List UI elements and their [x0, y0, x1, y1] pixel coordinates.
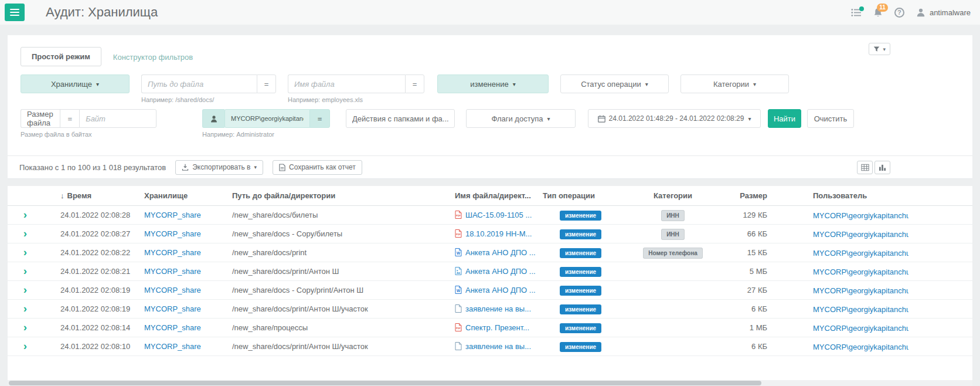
file-name-input[interactable] [288, 75, 405, 93]
row-storage-link[interactable]: MYCORP_share [144, 229, 201, 238]
expand-row-icon[interactable]: › [23, 302, 27, 314]
storage-filter-dropdown[interactable]: Хранилище ▾ [21, 75, 130, 93]
row-path: /new_share/docs/print/Антон Ш [227, 262, 450, 281]
operation-status-dropdown[interactable]: Статус операции ▾ [560, 75, 669, 93]
expand-row-icon[interactable]: › [23, 265, 27, 277]
user-icon [916, 8, 925, 17]
col-header-expand [8, 186, 43, 206]
row-file-link[interactable]: ШАС-15.09-1105 ... [465, 211, 532, 219]
row-size: 27 КБ [723, 281, 808, 300]
row-path: /new_share/docs - Copy/билеты [227, 225, 450, 243]
expand-row-icon[interactable]: › [23, 208, 27, 221]
clear-button[interactable]: Очистить [807, 109, 854, 128]
operation-badge: изменение [560, 286, 601, 296]
category-badge: ИНН [661, 229, 685, 240]
access-flags-dropdown[interactable]: Флаги доступа ▾ [466, 109, 576, 128]
file-size-label: Размер файла [21, 109, 60, 128]
col-header-categories[interactable]: Категории [623, 186, 723, 206]
col-header-path[interactable]: Путь до файла/директории [227, 186, 450, 206]
file-size-input[interactable] [79, 109, 156, 128]
col-header-storage[interactable]: Хранилище [139, 186, 227, 206]
expand-row-icon[interactable]: › [23, 340, 27, 352]
row-storage-link[interactable]: MYCORP_share [144, 286, 201, 294]
expand-row-icon[interactable]: › [23, 321, 27, 333]
row-storage-link[interactable]: MYCORP_share [144, 342, 201, 351]
row-storage-link[interactable]: MYCORP_share [144, 267, 201, 276]
filter-options-button[interactable]: ▾ [869, 43, 890, 55]
chart-view-button[interactable] [874, 161, 890, 174]
col-header-file[interactable]: Имя файла/директ... [450, 186, 538, 206]
pdf-file-icon: PDF [455, 323, 462, 331]
col-header-time[interactable]: ↓Время [43, 186, 139, 206]
file-path-input[interactable] [141, 75, 257, 93]
row-file-link[interactable]: Анкета АНО ДПО ... [465, 267, 536, 276]
row-size: 15 КБ [723, 243, 808, 262]
row-user-link[interactable]: MYCORP\georgiykapitanchuk [813, 286, 908, 295]
notifications-bell-icon[interactable]: 11 [873, 8, 883, 18]
help-icon[interactable]: ? [894, 8, 904, 18]
search-button[interactable]: Найти [768, 109, 801, 128]
row-file-link[interactable]: Спектр. Презент... [465, 323, 529, 332]
hamburger-menu-button[interactable] [5, 4, 25, 21]
table-header-row: ↓Время Хранилище Путь до файла/директори… [8, 186, 972, 206]
row-storage-link[interactable]: MYCORP_share [144, 211, 201, 219]
row-time: 24.01.2022 02:08:14 [43, 319, 139, 337]
horizontal-scrollbar[interactable] [8, 380, 972, 386]
row-user-link[interactable]: MYCORP\georgiykapitanchuk [813, 268, 908, 276]
save-report-button[interactable]: Сохранить как отчет [273, 160, 362, 175]
categories-dropdown[interactable]: Категории ▾ [680, 75, 789, 93]
date-range-value: 24.01.2022 01:48:29 - 24.01.2022 02:08:2… [609, 114, 744, 123]
expand-row-icon[interactable]: › [23, 227, 27, 239]
chevron-down-icon: ▾ [753, 81, 756, 87]
svg-text:PDF: PDF [456, 214, 461, 217]
operation-type-dropdown[interactable]: изменение ▾ [437, 75, 549, 93]
results-table: ↓Время Хранилище Путь до файла/директори… [8, 186, 972, 356]
top-bar: Аудит: Хранилища 11 ? antimalwa [0, 0, 980, 25]
folder-actions-dropdown[interactable]: Действия с папками и фа... [346, 109, 455, 128]
table-grid-icon [861, 164, 869, 171]
row-user-link[interactable]: MYCORP\georgiykapitanchuk [813, 211, 908, 220]
row-file-link[interactable]: заявление на вы... [465, 304, 531, 313]
col-header-user[interactable]: Пользователь [808, 186, 972, 206]
expand-row-icon[interactable]: › [23, 283, 27, 296]
table-row: ›24.01.2022 02:08:19MYCORP_share/new_sha… [8, 281, 972, 300]
scrollbar-thumb[interactable] [9, 381, 761, 385]
pdf-file-icon: PDF [455, 229, 462, 238]
expand-row-icon[interactable]: › [23, 246, 27, 258]
view-toggles [857, 161, 890, 174]
date-range-picker[interactable]: 24.01.2022 01:48:29 - 24.01.2022 02:08:2… [588, 109, 761, 128]
user-menu[interactable]: antimalware [916, 8, 971, 17]
row-user-link[interactable]: MYCORP\georgiykapitanchuk [813, 249, 908, 258]
col-header-size[interactable]: Размер [723, 186, 808, 206]
svg-text:PDF: PDF [456, 327, 461, 330]
row-user-link[interactable]: MYCORP\georgiykapitanchuk [813, 343, 908, 351]
row-file-link[interactable]: Анкета АНО ДПО ... [465, 248, 536, 257]
row-storage-link[interactable]: MYCORP_share [144, 304, 201, 313]
report-file-icon [279, 164, 285, 171]
table-view-button[interactable] [857, 161, 873, 174]
col-header-operation[interactable]: Тип операции [538, 186, 623, 206]
export-button[interactable]: Экспортировать в ▾ [175, 160, 263, 175]
row-storage-link[interactable]: MYCORP_share [144, 323, 201, 332]
reports-list-icon[interactable] [851, 8, 862, 17]
row-time: 24.01.2022 02:08:10 [43, 337, 139, 356]
row-time: 24.01.2022 02:08:19 [43, 300, 139, 319]
tab-filter-constructor[interactable]: Конструктор фильтров [101, 48, 205, 66]
category-badge: ИНН [661, 210, 685, 221]
row-path: /new_share/процессы [227, 319, 450, 337]
row-user-link[interactable]: MYCORP\georgiykapitanchuk [813, 230, 908, 239]
operation-badge: изменение [560, 267, 601, 277]
row-file-link[interactable]: 18.10.2019 НН-М... [465, 229, 532, 238]
row-storage-link[interactable]: MYCORP_share [144, 248, 201, 257]
row-file-link[interactable]: заявление на вы... [465, 342, 531, 351]
table-row: ›24.01.2022 02:08:27MYCORP_share/new_sha… [8, 225, 972, 243]
row-path: /new_share/docs/print/Антон Ш/участок [227, 337, 450, 356]
row-user-link[interactable]: MYCORP\georgiykapitanchuk [813, 305, 908, 314]
user-filter-input[interactable] [224, 109, 309, 128]
chevron-down-icon: ▾ [547, 116, 550, 122]
storage-filter-label: Хранилище [51, 80, 92, 89]
tab-simple-mode[interactable]: Простой режим [21, 47, 101, 66]
row-size: 5 МБ [723, 262, 808, 281]
row-file-link[interactable]: Анкета АНО ДПО ... [465, 286, 536, 294]
row-user-link[interactable]: MYCORP\georgiykapitanchuk [813, 324, 908, 333]
